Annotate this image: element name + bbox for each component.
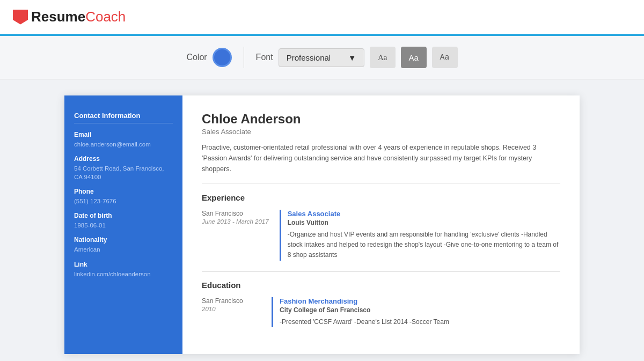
- logo-coach: Coach: [85, 9, 126, 25]
- color-section: Color: [186, 48, 231, 67]
- logo-icon: [13, 10, 28, 25]
- resume-body: Chloe Anderson Sales Associate Proactive…: [182, 95, 580, 354]
- education-item-0: San Francisco 2010 Fashion Merchandising…: [202, 297, 560, 327]
- exp-location-0: San Francisco: [202, 210, 269, 217]
- toolbar-divider: [244, 47, 244, 68]
- dob-label: Date of birth: [74, 212, 173, 219]
- edu-period-0: 2010: [202, 306, 261, 312]
- font-option-sans[interactable]: Aa: [401, 47, 427, 68]
- address-label: Address: [74, 155, 173, 163]
- resume-summary: Proactive, customer-orientated retail pr…: [202, 142, 560, 183]
- resume-job-title: Sales Associate: [202, 128, 560, 136]
- exp-date-0: San Francisco June 2013 - March 2017: [202, 210, 269, 261]
- sidebar-divider: [74, 123, 173, 123]
- resume-container: Contact Information Email chloe.anderson…: [64, 95, 580, 354]
- font-dropdown[interactable]: Professional ▼: [279, 48, 364, 67]
- nationality-label: Nationality: [74, 236, 173, 244]
- color-picker[interactable]: [213, 48, 232, 67]
- nationality-value: American: [74, 245, 173, 254]
- font-selected-label: Professional: [287, 53, 331, 62]
- email-value: chloe.anderson@email.com: [74, 140, 173, 149]
- exp-company-0: Louis Vuitton: [288, 219, 560, 226]
- edu-role-0: Fashion Merchandising: [280, 297, 560, 305]
- font-section: Font Professional ▼ Aa Aa Aa: [256, 47, 458, 68]
- experience-section-header: Experience: [202, 193, 560, 202]
- link-value: linkedin.com/chloeanderson: [74, 270, 173, 278]
- contact-section-title: Contact Information: [74, 112, 173, 120]
- chevron-down-icon: ▼: [348, 53, 356, 62]
- exp-detail-0: Sales Associate Louis Vuitton -Organize …: [280, 210, 560, 261]
- header: Resume Coach: [0, 0, 644, 36]
- toolbar: Color Font Professional ▼ Aa Aa Aa: [0, 36, 644, 79]
- font-option-serif[interactable]: Aa: [370, 47, 396, 68]
- exp-period-0: June 2013 - March 2017: [202, 218, 269, 225]
- education-section-header: Education: [202, 281, 560, 290]
- section-divider-education: [202, 271, 560, 272]
- experience-item-0: San Francisco June 2013 - March 2017 Sal…: [202, 210, 560, 261]
- edu-company-0: City College of San Francisco: [280, 306, 560, 314]
- edu-date-0: San Francisco 2010: [202, 297, 261, 327]
- edu-location-0: San Francisco: [202, 297, 261, 305]
- edu-desc-0: -Presented 'CCSF Award' -Deane's List 20…: [280, 317, 560, 327]
- sidebar: Contact Information Email chloe.anderson…: [64, 95, 182, 354]
- color-label: Color: [186, 53, 207, 62]
- email-label: Email: [74, 131, 173, 138]
- phone-value: (551) 123-7676: [74, 197, 173, 205]
- edu-detail-0: Fashion Merchandising City College of Sa…: [272, 297, 560, 327]
- dob-value: 1985-06-01: [74, 221, 173, 230]
- phone-label: Phone: [74, 188, 173, 195]
- link-label: Link: [74, 261, 173, 268]
- logo-resume: Resume: [31, 9, 85, 25]
- exp-role-0: Sales Associate: [288, 210, 560, 218]
- font-option-script[interactable]: Aa: [432, 47, 458, 68]
- font-label: Font: [256, 53, 273, 62]
- address-value: 54 Corbett Road, San Francisco, CA 94100: [74, 164, 173, 181]
- resume-name: Chloe Anderson: [202, 112, 560, 127]
- exp-desc-0: -Organize and host VIP events and am res…: [288, 230, 560, 261]
